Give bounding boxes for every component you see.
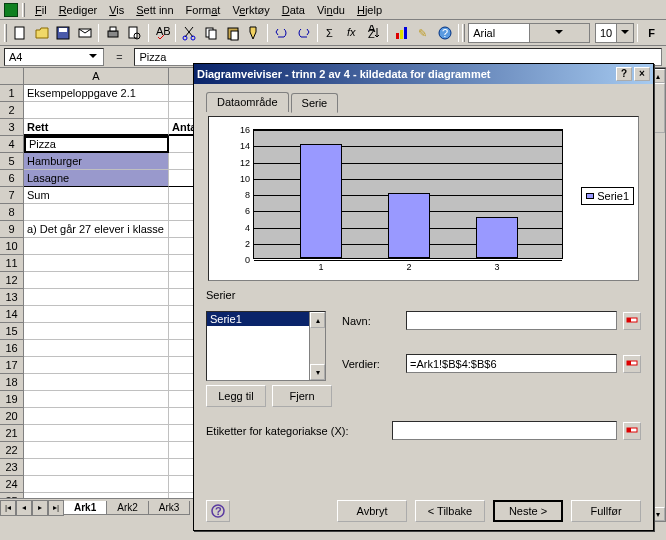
row-header[interactable]: 18	[0, 374, 24, 391]
cell[interactable]	[24, 340, 169, 357]
close-button[interactable]: ×	[634, 67, 650, 81]
cell[interactable]: Pizza	[24, 136, 169, 153]
menu-view[interactable]: Vis	[103, 2, 130, 18]
cell[interactable]	[24, 374, 169, 391]
series-values-input[interactable]: =Ark1!$B$4:$B$6	[406, 354, 617, 373]
row-header[interactable]: 11	[0, 255, 24, 272]
cell[interactable]: Lasagne	[24, 170, 169, 187]
remove-series-button[interactable]: Fjern	[272, 385, 332, 407]
menu-help[interactable]: Hjelp	[351, 2, 388, 18]
row-header[interactable]: 17	[0, 357, 24, 374]
series-name-input[interactable]	[406, 311, 617, 330]
menu-data[interactable]: Data	[276, 2, 311, 18]
cell[interactable]	[24, 425, 169, 442]
sheet-tab-ark3[interactable]: Ark3	[148, 501, 191, 515]
redo-button[interactable]	[293, 22, 314, 44]
sheet-tab-ark1[interactable]: Ark1	[63, 501, 107, 515]
cut-button[interactable]	[179, 22, 200, 44]
sort-asc-button[interactable]: AZ	[364, 22, 385, 44]
help-button[interactable]: ?	[435, 22, 456, 44]
cell[interactable]: Eksempeloppgave 2.1	[24, 85, 169, 102]
cell[interactable]	[24, 289, 169, 306]
category-axis-input[interactable]	[392, 421, 617, 440]
cell[interactable]	[24, 391, 169, 408]
print-preview-button[interactable]	[124, 22, 145, 44]
cell[interactable]	[24, 204, 169, 221]
tab-prev-button[interactable]: ◂	[16, 500, 32, 516]
sheet-tab-ark2[interactable]: Ark2	[106, 501, 149, 515]
row-header[interactable]: 4	[0, 136, 24, 153]
collapse-dialog-icon[interactable]	[623, 355, 641, 373]
row-header[interactable]: 22	[0, 442, 24, 459]
spellcheck-button[interactable]: ABC	[152, 22, 173, 44]
tab-first-button[interactable]: |◂	[0, 500, 16, 516]
help-titlebar-button[interactable]: ?	[616, 67, 632, 81]
tab-last-button[interactable]: ▸|	[48, 500, 64, 516]
row-header[interactable]: 21	[0, 425, 24, 442]
next-button[interactable]: Neste >	[493, 500, 563, 522]
row-header[interactable]: 8	[0, 204, 24, 221]
autosum-button[interactable]: Σ	[321, 22, 342, 44]
cancel-button[interactable]: Avbryt	[337, 500, 407, 522]
dialog-help-button[interactable]: ?	[206, 500, 230, 522]
collapse-dialog-icon[interactable]	[623, 422, 641, 440]
font-size-select[interactable]: 10	[595, 23, 634, 43]
menu-tools[interactable]: Verktøy	[226, 2, 275, 18]
cell[interactable]: Hamburger	[24, 153, 169, 170]
select-all-corner[interactable]	[0, 68, 24, 84]
row-header[interactable]: 16	[0, 340, 24, 357]
row-header[interactable]: 23	[0, 459, 24, 476]
tab-data-range[interactable]: Dataområde	[206, 92, 289, 112]
menu-format[interactable]: Format	[180, 2, 227, 18]
new-button[interactable]	[10, 22, 31, 44]
row-header[interactable]: 9	[0, 221, 24, 238]
cell[interactable]	[24, 255, 169, 272]
series-item[interactable]: Serie1	[207, 312, 325, 326]
col-header-a[interactable]: A	[24, 68, 169, 84]
tab-series[interactable]: Serie	[291, 93, 339, 113]
cell[interactable]	[24, 238, 169, 255]
bold-button[interactable]: F	[641, 22, 662, 44]
copy-button[interactable]	[201, 22, 222, 44]
function-button[interactable]: fx	[342, 22, 363, 44]
cell[interactable]	[24, 442, 169, 459]
cell[interactable]	[24, 102, 169, 119]
font-select[interactable]: Arial	[468, 23, 590, 43]
cell[interactable]: Sum	[24, 187, 169, 204]
cell[interactable]: Rett	[24, 119, 169, 136]
drawing-button[interactable]: ✎	[413, 22, 434, 44]
cell[interactable]	[24, 459, 169, 476]
row-header[interactable]: 19	[0, 391, 24, 408]
row-header[interactable]: 10	[0, 238, 24, 255]
cell[interactable]	[24, 323, 169, 340]
row-header[interactable]: 14	[0, 306, 24, 323]
row-header[interactable]: 5	[0, 153, 24, 170]
finish-button[interactable]: Fullfør	[571, 500, 641, 522]
cell[interactable]: a) Det går 27 elever i klasse	[24, 221, 169, 238]
print-button[interactable]	[102, 22, 123, 44]
tab-next-button[interactable]: ▸	[32, 500, 48, 516]
undo-button[interactable]	[271, 22, 292, 44]
cell[interactable]	[24, 357, 169, 374]
chart-wizard-button[interactable]	[391, 22, 412, 44]
paste-button[interactable]	[222, 22, 243, 44]
cell[interactable]	[24, 408, 169, 425]
row-header[interactable]: 13	[0, 289, 24, 306]
row-header[interactable]: 20	[0, 408, 24, 425]
back-button[interactable]: < Tilbake	[415, 500, 485, 522]
row-header[interactable]: 15	[0, 323, 24, 340]
menu-edit[interactable]: Rediger	[53, 2, 104, 18]
row-header[interactable]: 1	[0, 85, 24, 102]
row-header[interactable]: 6	[0, 170, 24, 187]
mail-button[interactable]	[75, 22, 96, 44]
collapse-dialog-icon[interactable]	[623, 312, 641, 330]
open-button[interactable]	[32, 22, 53, 44]
row-header[interactable]: 7	[0, 187, 24, 204]
menu-file[interactable]: Fil	[29, 2, 53, 18]
name-box[interactable]: A4	[4, 48, 104, 66]
row-header[interactable]: 12	[0, 272, 24, 289]
row-header[interactable]: 24	[0, 476, 24, 493]
row-header[interactable]: 2	[0, 102, 24, 119]
cell[interactable]	[24, 476, 169, 493]
row-header[interactable]: 3	[0, 119, 24, 136]
